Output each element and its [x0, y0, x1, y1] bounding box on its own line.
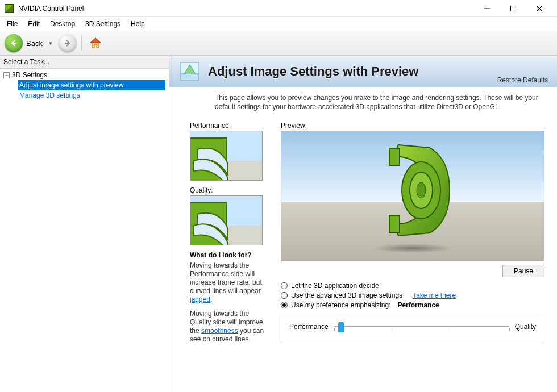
quality-thumb-label: Quality:: [190, 186, 269, 194]
nav-back-group: Back ▼: [5, 34, 77, 52]
slider-thumb[interactable]: [338, 322, 344, 332]
back-dropdown-caret[interactable]: ▼: [45, 41, 56, 46]
pause-button[interactable]: Pause: [502, 265, 544, 277]
what-look-for-p1: Moving towards the Performance side will…: [190, 261, 269, 304]
svg-marker-7: [90, 38, 101, 43]
radio-icon: [281, 302, 288, 308]
right-column: Preview: P: [281, 122, 544, 349]
menu-help[interactable]: Help: [126, 19, 149, 29]
what-look-for-header: What do I look for?: [190, 251, 269, 259]
radio-let-app-decide[interactable]: Let the 3D application decide: [281, 282, 544, 290]
menubar: File Edit Desktop 3D Settings Help: [0, 17, 557, 31]
titlebar: NVIDIA Control Panel: [0, 0, 557, 17]
radio-label: Use my preference emphasizing:: [291, 301, 390, 309]
back-label: Back: [26, 39, 43, 48]
tree-root-3d-settings[interactable]: − 3D Settings: [3, 71, 165, 79]
maximize-button[interactable]: [500, 0, 526, 17]
app-icon: [5, 4, 14, 13]
svg-rect-1: [511, 6, 516, 11]
toolbar: Back ▼: [0, 31, 557, 56]
preference-slider-group: Performance Quality: [281, 314, 544, 343]
forward-button[interactable]: [59, 34, 77, 52]
svg-rect-16: [389, 215, 400, 232]
page-header: Adjust Image Settings with Preview Resto…: [169, 56, 557, 87]
preview-viewport: [281, 131, 544, 261]
content-pane: Adjust Image Settings with Preview Resto…: [169, 56, 557, 392]
tree-item-adjust-image[interactable]: Adjust image settings with preview: [18, 80, 165, 90]
radio-icon: [281, 282, 288, 289]
radio-icon: [281, 292, 288, 299]
left-column: Performance: Quality: What: [190, 122, 269, 349]
svg-rect-15: [389, 148, 400, 165]
radio-my-preference[interactable]: Use my preference emphasizing: Performan…: [281, 301, 544, 309]
close-button[interactable]: [526, 0, 552, 17]
svg-point-14: [417, 182, 426, 198]
quality-thumbnail: [190, 195, 263, 245]
minimize-button[interactable]: [474, 0, 500, 17]
window-title: NVIDIA Control Panel: [18, 5, 474, 12]
tree-collapse-icon[interactable]: −: [3, 72, 10, 78]
home-button[interactable]: [86, 34, 105, 52]
preference-slider[interactable]: [334, 321, 509, 332]
back-button[interactable]: [5, 34, 23, 52]
jagged-link[interactable]: jagged: [190, 295, 210, 303]
smoothness-link[interactable]: smoothness: [201, 327, 238, 335]
preview-label: Preview:: [281, 122, 544, 130]
radio-advanced-settings[interactable]: Use the advanced 3D image settings Take …: [281, 291, 544, 299]
restore-defaults-link[interactable]: Restore Defaults: [497, 76, 548, 84]
menu-desktop[interactable]: Desktop: [45, 19, 80, 29]
slider-right-label: Quality: [515, 323, 536, 331]
task-tree: − 3D Settings Adjust image settings with…: [0, 69, 169, 103]
arrow-right-icon: [63, 39, 72, 48]
sidebar-header: Select a Task...: [0, 56, 169, 69]
menu-3d-settings[interactable]: 3D Settings: [81, 19, 125, 29]
menu-file[interactable]: File: [2, 19, 22, 29]
take-me-there-link[interactable]: Take me there: [413, 291, 456, 299]
what-look-for-p2: Moving towards the Quality side will imp…: [190, 310, 269, 344]
toolbar-separator: [81, 36, 82, 51]
tree-item-manage-3d[interactable]: Manage 3D settings: [18, 90, 165, 101]
page-description: This page allows you to preview changes …: [169, 87, 557, 117]
radio-label: Let the 3D application decide: [291, 282, 379, 290]
performance-thumbnail: [190, 131, 263, 181]
home-icon: [89, 36, 102, 50]
sidebar: Select a Task... − 3D Settings Adjust im…: [0, 56, 169, 392]
arrow-left-icon: [9, 39, 18, 48]
svg-rect-8: [181, 74, 199, 81]
performance-thumb-label: Performance:: [190, 122, 269, 130]
menu-edit[interactable]: Edit: [23, 19, 44, 29]
page-header-icon: [178, 60, 201, 83]
tree-root-label: 3D Settings: [12, 71, 47, 79]
emphasis-value: Performance: [397, 301, 439, 309]
nvidia-logo-3d-icon: [364, 134, 461, 247]
slider-left-label: Performance: [289, 323, 329, 331]
radio-label: Use the advanced 3D image settings: [291, 291, 402, 299]
